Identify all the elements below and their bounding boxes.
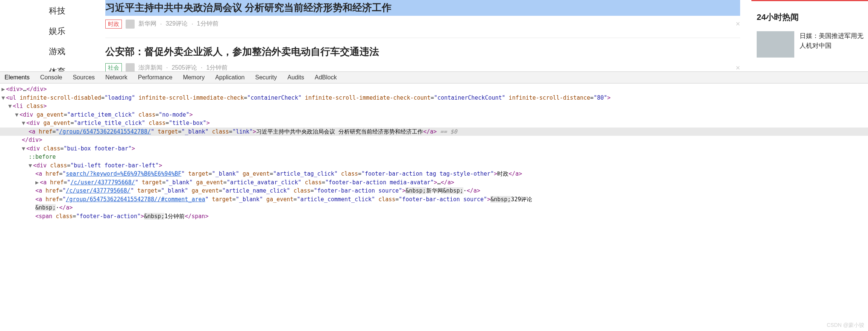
- tab-elements[interactable]: Elements: [5, 74, 30, 81]
- sidebar-item-entertainment[interactable]: 娱乐: [49, 21, 102, 41]
- dom-node[interactable]: ▼<li class>: [0, 102, 868, 111]
- dom-node[interactable]: ▼<div class="bui-box footer-bar">: [0, 144, 868, 153]
- dot: ·: [166, 64, 168, 71]
- dom-node[interactable]: </div>: [0, 136, 868, 144]
- dom-node[interactable]: ▼<div ga_event="article_item_click" clas…: [0, 111, 868, 119]
- selected-indicator: == $0: [437, 128, 457, 135]
- sidebar-item-game[interactable]: 游戏: [49, 41, 102, 62]
- hot-news-item[interactable]: 日媒：美国推进军用无人机对中国: [757, 31, 868, 58]
- tab-console[interactable]: Console: [40, 74, 62, 81]
- article-source[interactable]: 澎湃新闻: [138, 64, 162, 71]
- tab-application[interactable]: Application: [215, 74, 244, 81]
- hot-news-thumb: [757, 31, 794, 58]
- dot: ·: [201, 64, 202, 71]
- tab-sources[interactable]: Sources: [73, 74, 95, 81]
- dom-node[interactable]: ▼<div ga_event="article_title_click" cla…: [0, 119, 868, 128]
- sidebar-item-tech[interactable]: 科技: [49, 1, 102, 21]
- collapse-arrow-icon[interactable]: ▼: [15, 111, 20, 119]
- dom-node[interactable]: ▼<div class="bui-left footer-bar-left">: [0, 161, 868, 170]
- href-link[interactable]: /c/user/4377795668/: [70, 179, 135, 186]
- close-icon[interactable]: ×: [736, 20, 740, 28]
- tab-memory[interactable]: Memory: [183, 74, 205, 81]
- dom-node[interactable]: <a href="/group/6547536226415542788//#co…: [0, 195, 868, 204]
- article-footer: 时政 新华网 · 329评论 · 1分钟前 ×: [105, 20, 740, 29]
- main-feed: 习近平主持中共中央政治局会议 分析研究当前经济形势和经济工作 时政 新华网 · …: [102, 0, 751, 71]
- elements-tree[interactable]: ▶<div>…</div> ▼<ul infinite-scroll-disab…: [0, 84, 868, 222]
- tab-security[interactable]: Security: [255, 74, 277, 81]
- href-link[interactable]: /c/user/4377795668/: [66, 187, 131, 194]
- source-avatar[interactable]: [126, 63, 135, 71]
- hot-news-panel: 24小时热闻 日媒：美国推进军用无人机对中国: [751, 0, 868, 71]
- collapse-arrow-icon[interactable]: ▼: [2, 94, 6, 102]
- article-comments[interactable]: 2505评论: [171, 64, 197, 71]
- tab-audits[interactable]: Audits: [287, 74, 304, 81]
- expand-arrow-icon[interactable]: ▶: [2, 85, 6, 94]
- dom-node[interactable]: ▶<a href="/c/user/4377795668/" target="_…: [0, 178, 868, 187]
- article-time: 1分钟前: [206, 64, 228, 71]
- source-avatar[interactable]: [126, 20, 135, 29]
- devtools-panel: Elements Console Sources Network Perform…: [0, 71, 868, 222]
- article-footer: 社会 澎湃新闻 · 2505评论 · 1分钟前 ×: [105, 63, 740, 71]
- news-page: 科技 娱乐 游戏 体育 习近平主持中共中央政治局会议 分析研究当前经济形势和经济…: [0, 0, 868, 71]
- collapse-arrow-icon[interactable]: ▼: [22, 144, 26, 153]
- dom-node[interactable]: <a href="search/?keyword=%E6%97%B6%E6%94…: [0, 170, 868, 178]
- article-item: 习近平主持中共中央政治局会议 分析研究当前经济形势和经济工作 时政 新华网 · …: [105, 0, 740, 35]
- collapse-arrow-icon[interactable]: ▼: [29, 161, 33, 170]
- category-sidebar: 科技 娱乐 游戏 体育: [0, 0, 102, 71]
- article-item: 公安部：督促外卖企业派人，参加整治外卖电动自行车交通违法 社会 澎湃新闻 · 2…: [105, 44, 740, 71]
- dom-node[interactable]: <span class="footer-bar-action">&nbsp;1分…: [0, 212, 868, 221]
- tab-adblock[interactable]: AdBlock: [315, 74, 337, 81]
- href-link[interactable]: /group/6547536226415542788/: [59, 128, 151, 135]
- dom-node[interactable]: ▶<div>…</div>: [0, 85, 868, 94]
- href-link[interactable]: search/?keyword=%E6%97%B6%E6%94%BF: [66, 170, 181, 177]
- dom-node[interactable]: ▼<ul infinite-scroll-disabled="loading" …: [0, 94, 868, 102]
- article-tag[interactable]: 社会: [105, 63, 122, 71]
- dot: ·: [191, 21, 193, 27]
- collapse-arrow-icon[interactable]: ▼: [8, 102, 13, 111]
- article-title-link[interactable]: 公安部：督促外卖企业派人，参加整治外卖电动自行车交通违法: [105, 44, 740, 60]
- dot: ·: [160, 21, 162, 27]
- expand-arrow-icon[interactable]: ▶: [35, 178, 40, 187]
- divider: [105, 38, 740, 38]
- dom-node-cont[interactable]: &nbsp;·</a>: [0, 203, 868, 212]
- article-title-link[interactable]: 习近平主持中共中央政治局会议 分析研究当前经济形势和经济工作: [105, 0, 740, 16]
- article-time: 1分钟前: [197, 20, 219, 28]
- close-icon[interactable]: ×: [736, 64, 740, 71]
- hot-news-text: 日媒：美国推进军用无人机对中国: [800, 31, 868, 50]
- hot-news-title: 24小时热闻: [757, 6, 868, 31]
- devtools-tabs: Elements Console Sources Network Perform…: [0, 72, 868, 84]
- collapse-arrow-icon[interactable]: ▼: [22, 119, 26, 128]
- dom-node-selected[interactable]: <a href="/group/6547536226415542788/" ta…: [0, 128, 868, 136]
- article-tag[interactable]: 时政: [105, 20, 122, 29]
- dom-node[interactable]: <a href="/c/user/4377795668/" target="_b…: [0, 187, 868, 195]
- href-link[interactable]: /group/6547536226415542788//#comment_are…: [66, 196, 205, 203]
- article-source[interactable]: 新华网: [138, 20, 156, 28]
- sidebar-item-sports[interactable]: 体育: [49, 62, 102, 71]
- dom-pseudo[interactable]: ::before: [0, 153, 868, 161]
- tab-network[interactable]: Network: [105, 74, 127, 81]
- article-comments[interactable]: 329评论: [165, 20, 188, 28]
- tab-performance[interactable]: Performance: [138, 74, 173, 81]
